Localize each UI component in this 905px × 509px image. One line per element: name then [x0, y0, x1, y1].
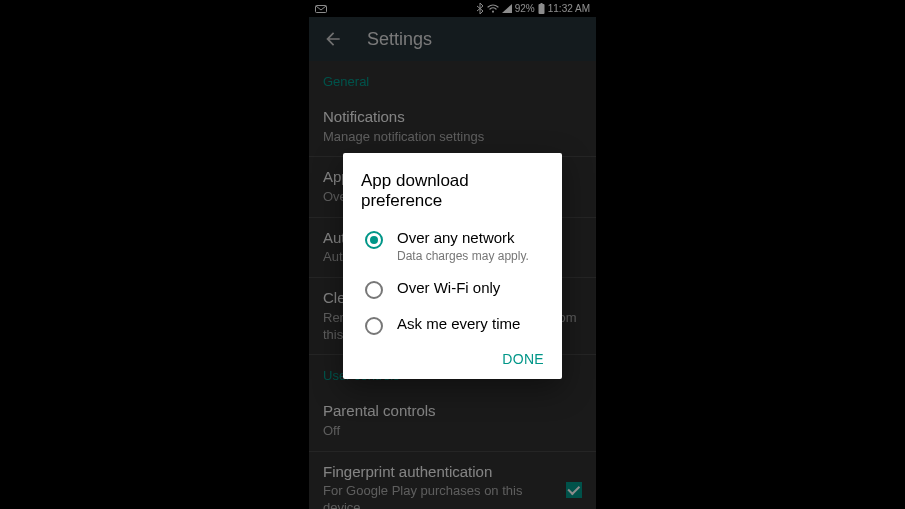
radio-label: Over Wi-Fi only: [397, 279, 500, 298]
radio-option-over-any-network[interactable]: Over any network Data charges may apply.: [343, 221, 562, 271]
radio-label: Over any network: [397, 229, 529, 248]
done-button[interactable]: DONE: [502, 351, 544, 367]
radio-sub: Data charges may apply.: [397, 249, 529, 263]
radio-selected-icon: [365, 231, 383, 249]
radio-unselected-icon: [365, 281, 383, 299]
radio-unselected-icon: [365, 317, 383, 335]
radio-option-wifi-only[interactable]: Over Wi-Fi only: [343, 271, 562, 307]
radio-option-ask-every-time[interactable]: Ask me every time: [343, 307, 562, 343]
dialog-title: App download preference: [343, 171, 562, 221]
dialog-actions: DONE: [343, 343, 562, 369]
radio-label: Ask me every time: [397, 315, 520, 334]
dialog-app-download-preference: App download preference Over any network…: [343, 153, 562, 379]
